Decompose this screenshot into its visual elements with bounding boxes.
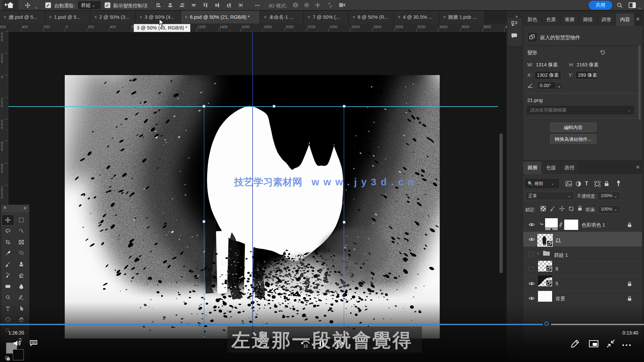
svg-text:30: 30 [337,344,341,349]
svg-text:10: 10 [303,344,308,349]
